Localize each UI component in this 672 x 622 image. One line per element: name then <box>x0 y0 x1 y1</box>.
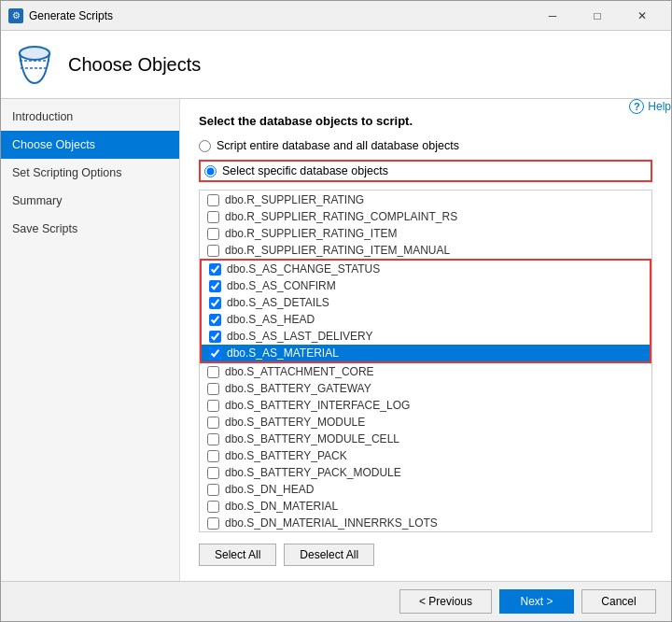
list-item-checkbox[interactable] <box>209 280 221 292</box>
list-item-label: dbo.S_AS_LAST_DELIVERY <box>227 330 373 343</box>
list-item[interactable]: dbo.R_SUPPLIER_RATING_ITEM_MANUAL <box>200 242 651 259</box>
bottom-buttons: Select All Deselect All <box>199 544 652 566</box>
list-item-checkbox[interactable] <box>209 347 221 360</box>
list-item-checkbox[interactable] <box>207 211 219 223</box>
list-item[interactable]: dbo.S_DN_MATERIAL_INNERRKS_LOTS <box>200 515 651 531</box>
list-item[interactable]: dbo.S_BATTERY_MODULE_CELL <box>200 431 651 447</box>
radio-entire-label: Script entire database and all database … <box>217 139 459 152</box>
list-item-label: dbo.R_SUPPLIER_RATING_ITEM_MANUAL <box>225 244 450 257</box>
radio-specific-label: Select specific database objects <box>222 164 388 177</box>
deselect-all-button[interactable]: Deselect All <box>284 544 374 566</box>
list-item-label: dbo.S_BATTERY_PACK_MODULE <box>225 466 401 479</box>
list-item-checkbox[interactable] <box>207 245 219 257</box>
select-all-button[interactable]: Select All <box>199 544 276 566</box>
close-button[interactable]: ✕ <box>621 1 664 31</box>
list-item[interactable]: dbo.S_AS_DETAILS <box>200 294 651 311</box>
list-item-label: dbo.S_BATTERY_MODULE_CELL <box>225 432 399 445</box>
list-item[interactable]: dbo.R_SUPPLIER_RATING_COMPLAINT_RS <box>200 208 651 225</box>
cancel-button[interactable]: Cancel <box>581 589 656 614</box>
objects-list-container: dbo.R_COMPLAINT_HEADdbo.R_SUPPLIER_RATIN… <box>199 190 652 532</box>
list-item-label: dbo.S_AS_CHANGE_STATUS <box>227 262 380 276</box>
list-item-label: dbo.S_AS_HEAD <box>227 313 315 326</box>
list-item[interactable]: dbo.S_AS_CONFIRM <box>200 277 651 294</box>
list-item-label: dbo.R_SUPPLIER_RATING_ITEM <box>225 227 398 240</box>
list-item-label: dbo.S_DN_MATERIAL_INNERRKS_LOTS <box>225 516 438 530</box>
radio-specific-option[interactable]: Select specific database objects <box>204 164 643 177</box>
maximize-button[interactable]: □ <box>576 1 619 31</box>
list-item[interactable]: dbo.R_SUPPLIER_RATING <box>200 191 651 208</box>
list-item-label: dbo.S_BATTERY_PACK <box>225 449 347 462</box>
radio-entire[interactable] <box>199 140 211 152</box>
radio-specific[interactable] <box>204 165 217 177</box>
footer: < Previous Next > Cancel <box>1 581 671 621</box>
app-icon: ⚙ <box>8 8 23 23</box>
list-item[interactable]: dbo.S_AS_HEAD <box>200 311 651 328</box>
list-item[interactable]: dbo.S_BATTERY_MODULE <box>200 414 651 431</box>
sidebar-item-choose-objects[interactable]: Choose Objects <box>1 131 179 159</box>
list-item-label: dbo.S_AS_CONFIRM <box>227 279 336 292</box>
radio-specific-box: Select specific database objects <box>199 160 652 182</box>
svg-point-0 <box>18 46 51 61</box>
sidebar-item-set-scripting-options[interactable]: Set Scripting Options <box>1 159 179 187</box>
help-link[interactable]: ? Help <box>629 99 671 114</box>
list-item-label: dbo.S_DN_MATERIAL <box>225 500 338 513</box>
minimize-button[interactable]: ─ <box>531 1 574 31</box>
header-icon <box>12 42 57 87</box>
list-item-checkbox[interactable] <box>207 467 219 479</box>
list-item-checkbox[interactable] <box>207 383 219 395</box>
list-item-label: dbo.S_BATTERY_INTERFACE_LOG <box>225 399 410 412</box>
main-window: ⚙ Generate Scripts ─ □ ✕ Choose Objects … <box>0 0 672 622</box>
previous-button[interactable]: < Previous <box>399 589 492 614</box>
help-text: Help <box>648 100 671 113</box>
list-item[interactable]: dbo.R_SUPPLIER_RATING_ITEM <box>200 225 651 242</box>
list-item-checkbox[interactable] <box>207 501 219 513</box>
list-item-label: dbo.S_BATTERY_GATEWAY <box>225 382 371 395</box>
header-area: Choose Objects <box>1 31 671 99</box>
list-item[interactable]: dbo.S_AS_LAST_DELIVERY <box>200 328 651 345</box>
list-item-label: dbo.S_ATTACHMENT_CORE <box>225 365 374 378</box>
list-item-checkbox[interactable] <box>207 484 219 496</box>
list-item-checkbox[interactable] <box>209 263 221 276</box>
list-item-label: dbo.S_BATTERY_MODULE <box>225 416 365 429</box>
header-title: Choose Objects <box>68 54 201 76</box>
list-item[interactable]: dbo.S_BATTERY_PACK <box>200 447 651 464</box>
sidebar-item-save-scripts[interactable]: Save Scripts <box>1 215 179 243</box>
list-item-checkbox[interactable] <box>209 331 221 343</box>
list-item[interactable]: dbo.S_AS_CHANGE_STATUS <box>200 259 651 277</box>
list-item[interactable]: dbo.S_DN_MATERIAL <box>200 498 651 515</box>
list-item[interactable]: dbo.S_BATTERY_PACK_MODULE <box>200 464 651 481</box>
list-item[interactable]: dbo.S_BATTERY_INTERFACE_LOG <box>200 397 651 414</box>
section-title: Select the database objects to script. <box>199 114 652 128</box>
list-item-label: dbo.R_SUPPLIER_RATING_COMPLAINT_RS <box>225 210 457 223</box>
list-item[interactable]: dbo.S_BATTERY_GATEWAY <box>200 380 651 397</box>
sidebar: Introduction Choose Objects Set Scriptin… <box>1 99 180 581</box>
title-bar-controls: ─ □ ✕ <box>531 1 664 31</box>
list-item-checkbox[interactable] <box>207 194 219 206</box>
title-bar: ⚙ Generate Scripts ─ □ ✕ <box>1 1 671 31</box>
list-item[interactable]: dbo.S_DN_HEAD <box>200 481 651 498</box>
list-item-checkbox[interactable] <box>207 450 219 462</box>
list-item-checkbox[interactable] <box>207 517 219 530</box>
radio-entire-option[interactable]: Script entire database and all database … <box>199 139 652 152</box>
list-item-label: dbo.R_SUPPLIER_RATING <box>225 193 364 206</box>
list-item-checkbox[interactable] <box>207 400 219 412</box>
sidebar-item-summary[interactable]: Summary <box>1 187 179 215</box>
main-area: Introduction Choose Objects Set Scriptin… <box>1 99 671 581</box>
list-item-checkbox[interactable] <box>207 366 219 378</box>
objects-list[interactable]: dbo.R_COMPLAINT_HEADdbo.R_SUPPLIER_RATIN… <box>200 191 651 531</box>
list-item-checkbox[interactable] <box>207 433 219 445</box>
list-item-checkbox[interactable] <box>209 314 221 326</box>
window-title: Generate Scripts <box>29 9 531 22</box>
list-item-label: dbo.S_DN_HEAD <box>225 483 314 496</box>
list-item-checkbox[interactable] <box>209 297 221 309</box>
list-item-label: dbo.S_AS_MATERIAL <box>227 346 339 360</box>
list-item-checkbox[interactable] <box>207 228 219 240</box>
list-item[interactable]: dbo.S_ATTACHMENT_CORE <box>200 363 651 380</box>
help-icon: ? <box>629 99 644 114</box>
list-item[interactable]: dbo.S_AS_MATERIAL <box>200 345 651 363</box>
list-item-label: dbo.S_AS_DETAILS <box>227 296 329 309</box>
next-button[interactable]: Next > <box>499 589 574 614</box>
sidebar-item-introduction[interactable]: Introduction <box>1 103 179 131</box>
list-item-checkbox[interactable] <box>207 417 219 429</box>
content-area: ? Help Select the database objects to sc… <box>180 99 671 581</box>
